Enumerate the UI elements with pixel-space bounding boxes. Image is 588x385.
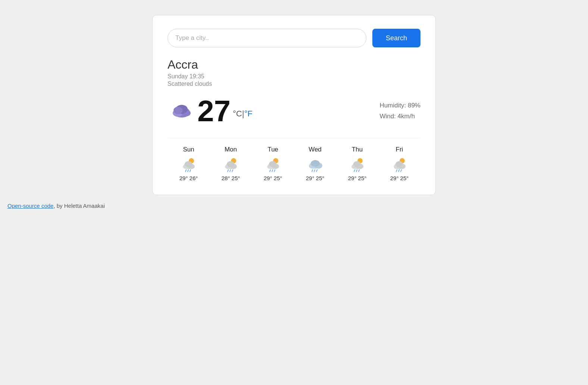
wind-text: Wind: 4km/h [379, 111, 420, 122]
forecast-day-label: Mon [225, 146, 237, 153]
svg-line-43 [359, 170, 359, 172]
svg-line-26 [270, 170, 270, 172]
forecast-day-label: Sun [183, 146, 194, 153]
unit-fahrenheit[interactable]: °F [244, 109, 252, 119]
forecast-day-label: Tue [268, 146, 278, 153]
forecast-icon [391, 156, 408, 173]
forecast-icon [349, 156, 366, 173]
forecast-temps: 29° 25° [264, 175, 282, 181]
svg-line-20 [232, 170, 233, 172]
svg-line-27 [272, 170, 273, 172]
svg-line-33 [312, 170, 313, 172]
forecast-temps: 29° 26° [179, 175, 198, 181]
temperature-units: °C | °F [233, 104, 253, 119]
weather-card: Search Accra Sunday 19:35 Scattered clou… [152, 15, 436, 195]
svg-line-28 [274, 170, 275, 172]
svg-line-12 [190, 170, 191, 172]
svg-line-35 [316, 170, 317, 172]
forecast-icon [265, 156, 282, 173]
forecast-icon [222, 156, 240, 173]
current-weather-icon [168, 98, 194, 124]
svg-line-42 [356, 170, 357, 172]
svg-point-4 [173, 107, 182, 114]
unit-celsius[interactable]: °C [233, 109, 242, 119]
svg-point-17 [227, 161, 234, 167]
svg-line-41 [354, 170, 355, 172]
footer: Open-source code, by Heletta Amaakai [7, 203, 291, 209]
svg-point-25 [269, 161, 276, 167]
current-temperature: 27 [197, 96, 231, 126]
svg-line-49 [396, 170, 397, 172]
svg-line-34 [314, 170, 315, 172]
forecast-day: Tue 29° 25° [252, 146, 294, 181]
svg-line-19 [230, 170, 231, 172]
forecast-day: Fri 29° 25° [378, 146, 420, 181]
forecast-temps: 29° 25° [348, 175, 367, 181]
humidity-text: Humidity: 89% [379, 100, 420, 111]
current-weather: 27 °C | °F Humidity: 89% Wind: 4km/h [168, 96, 420, 126]
svg-point-48 [395, 161, 403, 167]
svg-line-51 [401, 170, 401, 172]
city-search-input[interactable] [168, 29, 366, 47]
forecast-day-label: Fri [396, 146, 403, 153]
svg-point-40 [353, 161, 361, 167]
svg-line-11 [188, 170, 188, 172]
forecast-temps: 29° 25° [306, 175, 325, 181]
forecast-temps: 28° 25° [222, 175, 240, 181]
svg-point-32 [311, 160, 320, 167]
open-source-link[interactable]: Open-source code [7, 203, 53, 209]
city-name: Accra [168, 58, 420, 72]
svg-point-9 [185, 161, 192, 167]
city-datetime: Sunday 19:35 [168, 73, 420, 80]
forecast-day: Sun 29° 26° [168, 146, 210, 181]
svg-line-10 [185, 170, 186, 172]
forecast-temps: 29° 25° [390, 175, 409, 181]
svg-line-50 [398, 170, 399, 172]
forecast-row: Sun 29° 26° Mon [168, 138, 420, 181]
footer-suffix: , by Heletta Amaakai [53, 203, 105, 209]
forecast-day: Wed 29° 25° [294, 146, 336, 181]
forecast-icon [307, 156, 324, 173]
forecast-icon [180, 156, 197, 173]
forecast-day-label: Thu [352, 146, 363, 153]
search-row: Search [168, 29, 420, 47]
forecast-day: Mon 28° 25° [210, 146, 252, 181]
forecast-day-label: Wed [309, 146, 322, 153]
city-condition: Scattered clouds [168, 81, 420, 87]
svg-line-18 [228, 170, 228, 172]
search-button[interactable]: Search [372, 29, 420, 47]
weather-details: Humidity: 89% Wind: 4km/h [379, 100, 420, 122]
forecast-day: Thu 29° 25° [336, 146, 378, 181]
